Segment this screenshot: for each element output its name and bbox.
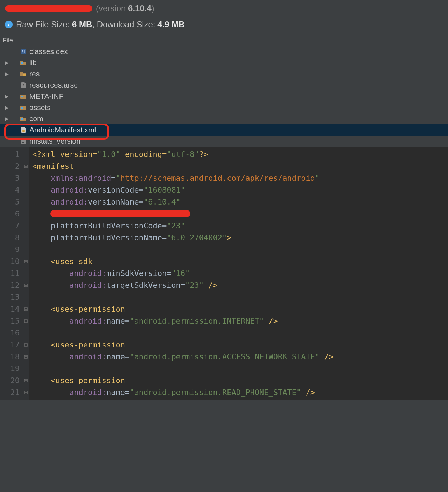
fold-spacer — [22, 232, 29, 244]
code-token — [32, 352, 69, 361]
code-token: <uses-sdk — [51, 257, 92, 266]
code-token — [32, 233, 51, 242]
fold-open-icon[interactable] — [22, 160, 29, 172]
chevron-right-icon[interactable]: ▶ — [4, 71, 10, 77]
code-token: /> — [264, 317, 278, 325]
code-line[interactable] — [32, 327, 448, 339]
version-suffix: ) — [152, 4, 154, 13]
code-token: = — [162, 233, 167, 242]
code-line[interactable]: android:targetSdkVersion="23" /> — [32, 279, 448, 291]
code-line[interactable]: android:versionCode="1608081" — [32, 184, 448, 196]
tree-item-label: resources.arsc — [29, 81, 78, 89]
fold-close-icon[interactable] — [22, 315, 29, 327]
code-token: platformBuildVersionName — [51, 233, 162, 242]
code-token: "6.0-2704002" — [167, 233, 227, 242]
chevron-right-icon[interactable]: ▶ — [4, 116, 10, 122]
svg-rect-6 — [21, 107, 23, 109]
fold-close-icon[interactable] — [22, 387, 29, 399]
code-line[interactable] — [32, 291, 448, 303]
line-number: 1 — [0, 148, 20, 160]
code-token: " — [115, 174, 120, 182]
code-token: xmlns:android — [51, 174, 111, 182]
code-token: "android.permission.READ_PHONE_STATE" — [130, 388, 301, 397]
code-editor[interactable]: 123456789101112131415161718192021 <?xml … — [0, 147, 448, 400]
code-token: <? — [32, 150, 42, 159]
fold-open-icon[interactable] — [22, 303, 29, 315]
svg-rect-10 — [22, 140, 25, 140]
code-line[interactable]: platformBuildVersionCode="23" — [32, 220, 448, 232]
code-token: "6.10.4" — [144, 198, 181, 206]
fold-mid-icon[interactable] — [22, 268, 29, 279]
apk-size-line: i Raw File Size: 6 MB, Download Size: 4.… — [5, 20, 443, 29]
fold-close-icon[interactable] — [22, 279, 29, 291]
code-token: android: — [69, 281, 106, 290]
tree-item-assets[interactable]: ▶assets — [0, 102, 448, 113]
fold-close-icon[interactable] — [22, 351, 29, 363]
code-line[interactable]: platformBuildVersionName="6.0-2704002"> — [32, 232, 448, 244]
code-token: = — [125, 352, 130, 361]
code-token: " — [315, 174, 320, 182]
line-number: 14 — [0, 303, 20, 315]
folder-icon — [20, 93, 27, 99]
svg-rect-3 — [23, 74, 26, 76]
svg-rect-2 — [21, 62, 23, 64]
code-viewport[interactable]: <?xml version="1.0" encoding="utf-8"?><m… — [29, 147, 448, 400]
line-number: 19 — [0, 363, 20, 375]
tree-item-mistats-version[interactable]: mistats_version — [0, 136, 448, 147]
code-token: android: — [51, 186, 88, 194]
tree-item-label: com — [29, 115, 43, 123]
code-token: "1.0" — [97, 150, 120, 159]
folder-icon — [20, 116, 27, 122]
tree-column-header[interactable]: File — [0, 36, 448, 45]
text-icon — [20, 138, 27, 144]
code-token: = — [125, 388, 130, 397]
tree-item-com[interactable]: ▶com — [0, 113, 448, 124]
code-line[interactable]: android:minSdkVersion="16" — [32, 268, 448, 279]
tree-item-label: res — [29, 70, 40, 78]
code-line[interactable]: <uses-permission — [32, 375, 448, 387]
code-token: <manifest — [32, 162, 74, 171]
code-line[interactable] — [32, 363, 448, 375]
tree-item-lib[interactable]: ▶lib — [0, 57, 448, 68]
line-number: 3 — [0, 172, 20, 184]
code-line[interactable]: android:versionName="6.10.4" — [32, 196, 448, 208]
fold-gutter[interactable] — [22, 147, 29, 400]
line-number: 17 — [0, 339, 20, 351]
code-token: android: — [69, 269, 106, 278]
line-number: 4 — [0, 184, 20, 196]
tree-item-res[interactable]: ▶res — [0, 68, 448, 79]
tree-item-label: lib — [29, 58, 37, 67]
fold-open-icon[interactable] — [22, 375, 29, 387]
code-line[interactable]: android:name="android.permission.READ_PH… — [32, 387, 448, 399]
fold-open-icon[interactable] — [22, 256, 29, 268]
code-token: "android.permission.ACCESS_NETWORK_STATE… — [130, 352, 320, 361]
code-line[interactable]: <uses-sdk — [32, 256, 448, 268]
code-line[interactable]: <uses-permission — [32, 339, 448, 351]
code-token — [32, 388, 69, 397]
chevron-right-icon[interactable]: ▶ — [4, 105, 10, 110]
tree-item-meta-inf[interactable]: ▶META-INF — [0, 91, 448, 102]
fold-open-icon[interactable] — [22, 339, 29, 351]
chevron-right-icon[interactable]: ▶ — [4, 93, 10, 99]
tree-item-classes-dex[interactable]: 01classes.dex — [0, 46, 448, 57]
code-line[interactable]: android:name="android.permission.ACCESS_… — [32, 351, 448, 363]
code-line[interactable]: <manifest — [32, 160, 448, 172]
line-number: 15 — [0, 315, 20, 327]
svg-text:<>: <> — [22, 130, 25, 132]
xml-icon: <> — [20, 127, 27, 133]
code-token: platformBuildVersionCode — [51, 221, 162, 230]
code-line[interactable]: <?xml version="1.0" encoding="utf-8"?> — [32, 148, 448, 160]
dex-icon: 01 — [20, 48, 27, 55]
code-token: versionCode — [88, 186, 139, 194]
apk-info-header: (version 6.10.4) i Raw File Size: 6 MB, … — [0, 0, 448, 36]
tree-item-resources-arsc[interactable]: ?resources.arsc — [0, 79, 448, 91]
code-line[interactable] — [32, 208, 448, 220]
line-number: 20 — [0, 375, 20, 387]
tree-item-androidmanifest-xml[interactable]: <>AndroidManifest.xml — [0, 124, 448, 136]
code-line[interactable]: <uses-permission — [32, 303, 448, 315]
code-line[interactable]: xmlns:android="http://schemas.android.co… — [32, 172, 448, 184]
chevron-right-icon[interactable]: ▶ — [4, 60, 10, 65]
file-tree[interactable]: 01classes.dex▶lib▶res?resources.arsc▶MET… — [0, 45, 448, 147]
code-line[interactable] — [32, 244, 448, 256]
code-line[interactable]: android:name="android.permission.INTERNE… — [32, 315, 448, 327]
